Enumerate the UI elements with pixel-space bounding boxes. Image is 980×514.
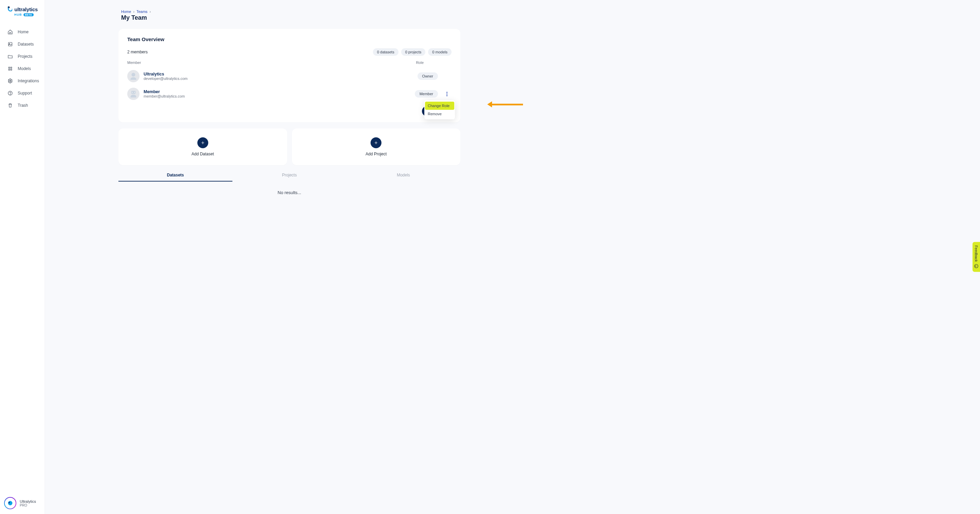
th-role: Role [416, 60, 424, 65]
chevron-right-icon: › [133, 10, 134, 14]
add-project-label: Add Project [366, 152, 387, 156]
sidebar-item-datasets[interactable]: Datasets [0, 38, 45, 50]
svg-rect-6 [11, 69, 11, 70]
member-email: developer@ultralytics.com [143, 76, 188, 81]
plus-icon [197, 137, 208, 148]
add-dataset-label: Add Dataset [192, 152, 214, 156]
sidebar-item-models[interactable]: Models [0, 63, 45, 75]
projects-icon [8, 54, 13, 59]
svg-rect-13 [131, 91, 136, 94]
support-icon [8, 90, 13, 96]
logo[interactable]: ultralytics HUB BETA [0, 0, 45, 20]
th-member: Member [127, 60, 141, 65]
sidebar-item-label: Projects [18, 54, 32, 59]
integrations-icon [8, 78, 13, 84]
tabs: Datasets Projects Models [118, 169, 460, 182]
add-dataset-card[interactable]: Add Dataset [118, 128, 287, 165]
logo-mark-icon [8, 6, 12, 12]
datasets-icon [8, 41, 13, 47]
sidebar-item-label: Trash [18, 103, 28, 108]
logo-text: ultralytics [14, 6, 38, 12]
main: Home › Teams › My Team Team Overview 2 m… [45, 0, 980, 514]
avatar [4, 497, 16, 509]
dropdown-change-role[interactable]: Change Role [425, 102, 454, 110]
svg-point-10 [8, 501, 13, 506]
members-count: 2 members [127, 50, 148, 54]
hub-text: HUB [14, 13, 22, 16]
sidebar-item-trash[interactable]: Trash [0, 99, 45, 111]
annotation-arrow [487, 101, 523, 108]
overview-title: Team Overview [127, 36, 452, 42]
svg-point-16 [975, 265, 978, 268]
svg-rect-5 [8, 69, 10, 70]
add-project-card[interactable]: Add Project [292, 128, 461, 165]
no-results: No results... [118, 182, 460, 203]
avatar [127, 88, 140, 100]
member-row: Ultralytics developer@ultralytics.com Ow… [127, 67, 452, 85]
feedback-label: Feedback [974, 246, 978, 262]
sidebar-item-support[interactable]: Support [0, 87, 45, 99]
home-icon [8, 29, 13, 35]
feedback-tab[interactable]: Feedback [972, 242, 980, 272]
sidebar-item-label: Home [18, 30, 29, 34]
svg-point-8 [10, 94, 10, 95]
svg-point-12 [132, 73, 135, 76]
trash-icon [8, 103, 13, 108]
kebab-menu-button[interactable] [444, 90, 450, 97]
sidebar: ultralytics HUB BETA Home Datasets Proje… [0, 0, 45, 514]
svg-point-18 [977, 267, 977, 267]
sidebar-item-label: Datasets [18, 42, 34, 47]
plus-icon [371, 137, 382, 148]
dropdown-remove[interactable]: Remove [424, 110, 455, 118]
user-block[interactable]: Ultralytics PRO [0, 492, 45, 514]
stat-projects: 0 projects [401, 48, 426, 56]
svg-point-14 [132, 92, 133, 93]
stat-models: 0 models [428, 48, 452, 56]
member-row: Member member@ultralytics.com Member Cha… [127, 85, 452, 103]
role-badge: Member [415, 90, 438, 98]
breadcrumb: Home › Teams › [121, 10, 460, 14]
nav: Home Datasets Projects Models Integratio… [0, 20, 45, 492]
page-title: My Team [121, 14, 460, 21]
stat-datasets: 0 datasets [373, 48, 398, 56]
member-actions-dropdown: Change Role Remove [424, 100, 455, 119]
tab-datasets[interactable]: Datasets [118, 169, 232, 181]
user-name: Ultralytics [20, 500, 36, 503]
breadcrumb-home[interactable]: Home [121, 10, 131, 14]
models-icon [8, 66, 13, 71]
beta-badge: BETA [24, 13, 34, 16]
svg-point-15 [134, 92, 135, 93]
tab-models[interactable]: Models [347, 169, 460, 181]
sidebar-item-label: Support [18, 91, 32, 95]
svg-rect-3 [8, 67, 10, 68]
smile-icon [974, 264, 978, 268]
sidebar-item-label: Integrations [18, 79, 39, 83]
sidebar-item-integrations[interactable]: Integrations [0, 75, 45, 87]
svg-point-17 [977, 265, 977, 266]
breadcrumb-teams[interactable]: Teams [137, 10, 147, 14]
member-email: member@ultralytics.com [143, 94, 185, 98]
svg-point-11 [8, 502, 10, 503]
tab-projects[interactable]: Projects [232, 169, 347, 181]
avatar [127, 70, 140, 82]
sidebar-item-home[interactable]: Home [0, 26, 45, 38]
sidebar-item-projects[interactable]: Projects [0, 50, 45, 63]
user-plan: PRO [20, 503, 36, 507]
chevron-right-icon: › [150, 10, 151, 14]
role-badge: Owner [417, 72, 438, 80]
member-name: Ultralytics [143, 72, 188, 76]
svg-rect-4 [11, 67, 11, 68]
sidebar-item-label: Models [18, 66, 31, 71]
team-overview-card: Team Overview 2 members 0 datasets 0 pro… [118, 29, 460, 122]
member-name: Member [143, 89, 185, 94]
